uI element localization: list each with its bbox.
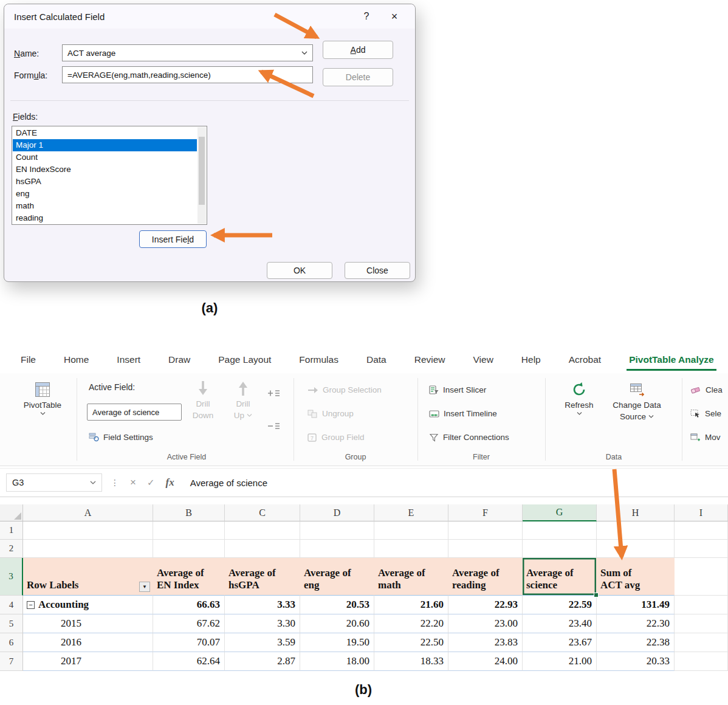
pivot-header-cell[interactable]: Average ofmath xyxy=(374,558,448,596)
cell[interactable] xyxy=(225,521,300,540)
pivot-header-cell[interactable]: Average ofEN Index xyxy=(153,558,225,596)
fields-listbox[interactable]: DATE Major 1 Count EN IndexScore hsGPA e… xyxy=(12,126,207,225)
row-label-cell[interactable]: 2017 xyxy=(23,652,153,671)
row-header-4[interactable]: 4 xyxy=(0,596,23,614)
select-button[interactable]: Sele xyxy=(690,409,721,418)
cell[interactable]: 3.59 xyxy=(225,633,300,652)
tab-pivottable-analyze[interactable]: PivotTable Analyze xyxy=(629,354,714,365)
select-all-corner[interactable] xyxy=(0,504,23,521)
tab-review[interactable]: Review xyxy=(414,354,445,365)
insert-slicer-button[interactable]: Insert Slicer xyxy=(429,385,486,394)
delete-button[interactable]: Delete xyxy=(323,68,393,86)
cell[interactable]: 22.38 xyxy=(597,633,675,652)
scrollbar[interactable] xyxy=(197,127,206,224)
cell[interactable]: 18.00 xyxy=(300,652,374,671)
insert-function-icon[interactable]: fx xyxy=(166,476,174,489)
group-selection-button[interactable]: Group Selection xyxy=(307,385,382,394)
cell[interactable]: 62.64 xyxy=(153,652,225,671)
cell[interactable] xyxy=(374,540,448,558)
cell[interactable] xyxy=(675,596,728,614)
cell[interactable]: 20.33 xyxy=(597,652,675,671)
ok-button[interactable]: OK xyxy=(267,262,332,279)
tab-insert[interactable]: Insert xyxy=(117,354,140,365)
add-button[interactable]: Add xyxy=(323,41,393,59)
cell[interactable] xyxy=(153,540,225,558)
pivot-header-cell[interactable]: Average ofeng xyxy=(300,558,374,596)
column-header-i[interactable]: I xyxy=(675,504,728,521)
field-item-selected[interactable]: Major 1 xyxy=(13,139,197,151)
cell[interactable]: 23.00 xyxy=(448,614,523,633)
tab-view[interactable]: View xyxy=(473,354,493,365)
column-header-f[interactable]: F xyxy=(448,504,523,521)
close-button[interactable]: Close xyxy=(345,262,410,279)
pivot-header-cell[interactable]: Average ofhsGPA xyxy=(225,558,300,596)
change-data-source-button[interactable]: Change Data Source xyxy=(605,380,668,421)
cell[interactable] xyxy=(675,652,728,671)
cell[interactable]: 19.50 xyxy=(300,633,374,652)
group-field-button[interactable]: 7 Group Field xyxy=(307,433,365,442)
field-item[interactable]: DATE xyxy=(13,127,197,139)
insert-timeline-button[interactable]: Insert Timeline xyxy=(429,409,497,418)
field-item[interactable]: hsGPA xyxy=(13,176,197,188)
field-item[interactable]: Count xyxy=(13,151,197,163)
cell[interactable] xyxy=(300,540,374,558)
tab-help[interactable]: Help xyxy=(521,354,541,365)
cell[interactable]: 66.63 xyxy=(153,596,225,614)
cell[interactable] xyxy=(153,521,225,540)
row-labels-cell[interactable]: Row Labels ▼ xyxy=(23,558,153,596)
tab-acrobat[interactable]: Acrobat xyxy=(569,354,601,365)
cell[interactable]: 131.49 xyxy=(597,596,675,614)
fill-handle[interactable] xyxy=(594,593,599,597)
column-header-a[interactable]: A xyxy=(23,504,153,521)
name-box[interactable]: G3 xyxy=(6,473,102,492)
formula-bar-content[interactable]: Average of science xyxy=(190,478,267,488)
active-field-input[interactable]: Average of science xyxy=(87,404,182,421)
row-header-3[interactable]: 3 xyxy=(0,558,23,596)
cell[interactable]: 22.93 xyxy=(448,596,523,614)
row-labels-filter-button[interactable]: ▼ xyxy=(139,582,150,592)
cell[interactable] xyxy=(448,540,523,558)
cell[interactable] xyxy=(300,521,374,540)
ungroup-button[interactable]: Ungroup xyxy=(307,409,354,418)
cell[interactable] xyxy=(225,540,300,558)
field-item[interactable]: eng xyxy=(13,188,197,200)
formula-input[interactable]: =AVERAGE(eng,math,reading,science) xyxy=(62,66,313,83)
cell[interactable]: 3.30 xyxy=(225,614,300,633)
column-header-h[interactable]: H xyxy=(597,504,675,521)
cell[interactable] xyxy=(374,521,448,540)
cell[interactable] xyxy=(675,633,728,652)
cell[interactable]: 20.53 xyxy=(300,596,374,614)
column-header-b[interactable]: B xyxy=(153,504,225,521)
collapse-outline-icon[interactable]: − xyxy=(27,601,35,609)
row-header-6[interactable]: 6 xyxy=(0,633,23,652)
row-label-cell[interactable]: 2016 xyxy=(23,633,153,652)
cell[interactable]: 22.20 xyxy=(374,614,448,633)
cell[interactable] xyxy=(597,540,675,558)
scrollbar-thumb[interactable] xyxy=(199,137,205,205)
column-header-d[interactable]: D xyxy=(300,504,374,521)
row-label-cell[interactable]: − Accounting xyxy=(23,596,153,614)
tab-formulas[interactable]: Formulas xyxy=(299,354,338,365)
name-combobox[interactable]: ACT average xyxy=(62,44,313,61)
expand-field-button[interactable] xyxy=(268,389,280,400)
help-button[interactable]: ? xyxy=(353,11,380,22)
cancel-icon[interactable]: × xyxy=(130,476,136,489)
field-item[interactable]: EN IndexScore xyxy=(13,163,197,176)
cell[interactable]: 24.00 xyxy=(448,652,523,671)
cell[interactable] xyxy=(523,540,597,558)
formula-bar-handle[interactable]: ⋮ xyxy=(111,478,119,487)
enter-icon[interactable]: ✓ xyxy=(147,477,155,488)
column-header-g-selected[interactable]: G xyxy=(523,504,597,521)
cell[interactable]: 70.07 xyxy=(153,633,225,652)
filter-connections-button[interactable]: Filter Connections xyxy=(429,433,509,442)
field-item[interactable]: reading xyxy=(13,212,197,224)
cell[interactable] xyxy=(675,540,728,558)
cell[interactable]: 20.60 xyxy=(300,614,374,633)
cell[interactable] xyxy=(23,540,153,558)
drill-up-button[interactable]: Drill Up xyxy=(226,379,260,420)
move-pivottable-button[interactable]: Mov xyxy=(690,433,721,442)
field-item[interactable]: math xyxy=(13,200,197,212)
insert-field-button[interactable]: Insert Field xyxy=(139,230,207,248)
row-header-7[interactable]: 7 xyxy=(0,652,23,671)
close-icon[interactable]: × xyxy=(380,10,409,23)
